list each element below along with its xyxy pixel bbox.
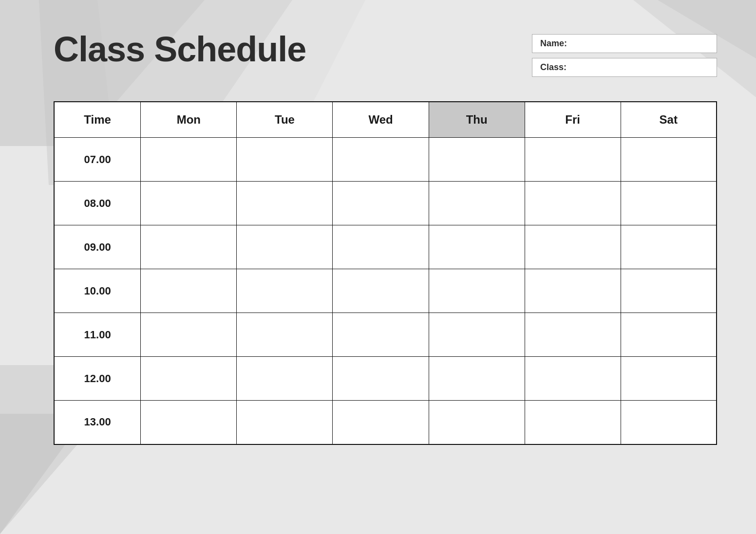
cell-mon-row0[interactable] [141,138,237,182]
cell-tue-row6[interactable] [237,401,333,444]
cell-fri-row4[interactable] [525,313,621,357]
cell-wed-row5[interactable] [333,357,429,401]
name-field[interactable]: Name: [532,34,717,53]
cell-fri-row0[interactable] [525,138,621,182]
cell-thu-row0[interactable] [429,138,525,182]
cell-sat-row6[interactable] [621,401,717,444]
time-cell: 10.00 [54,269,141,313]
class-field[interactable]: Class: [532,58,717,77]
cell-mon-row1[interactable] [141,182,237,225]
table-row: 10.00 [54,269,717,313]
header-fri: Fri [525,102,621,138]
cell-sat-row5[interactable] [621,357,717,401]
cell-tue-row5[interactable] [237,357,333,401]
time-cell: 11.00 [54,313,141,357]
table-row: 09.00 [54,225,717,269]
time-cell: 07.00 [54,138,141,182]
cell-tue-row2[interactable] [237,225,333,269]
cell-mon-row4[interactable] [141,313,237,357]
time-cell: 09.00 [54,225,141,269]
table-row: 12.00 [54,357,717,401]
cell-thu-row6[interactable] [429,401,525,444]
cell-mon-row3[interactable] [141,269,237,313]
cell-sat-row1[interactable] [621,182,717,225]
header-thu: Thu [429,102,525,138]
table-row: 07.00 [54,138,717,182]
table-header-row: Time Mon Tue Wed Thu Fri Sat [54,102,717,138]
cell-fri-row2[interactable] [525,225,621,269]
schedule-table: Time Mon Tue Wed Thu Fri Sat 07.0008.000… [54,101,717,445]
cell-wed-row2[interactable] [333,225,429,269]
header-tue: Tue [237,102,333,138]
cell-sat-row0[interactable] [621,138,717,182]
time-cell: 13.00 [54,401,141,444]
cell-fri-row1[interactable] [525,182,621,225]
cell-wed-row4[interactable] [333,313,429,357]
page-title: Class Schedule [54,29,306,69]
header-sat: Sat [621,102,717,138]
table-row: 08.00 [54,182,717,225]
cell-tue-row4[interactable] [237,313,333,357]
cell-sat-row3[interactable] [621,269,717,313]
header-time: Time [54,102,141,138]
cell-thu-row4[interactable] [429,313,525,357]
cell-thu-row3[interactable] [429,269,525,313]
time-cell: 08.00 [54,182,141,225]
cell-tue-row1[interactable] [237,182,333,225]
cell-wed-row1[interactable] [333,182,429,225]
cell-thu-row2[interactable] [429,225,525,269]
cell-tue-row3[interactable] [237,269,333,313]
cell-fri-row3[interactable] [525,269,621,313]
cell-wed-row6[interactable] [333,401,429,444]
header-wed: Wed [333,102,429,138]
table-row: 11.00 [54,313,717,357]
cell-wed-row0[interactable] [333,138,429,182]
cell-tue-row0[interactable] [237,138,333,182]
header-section: Class Schedule Name: Class: [54,29,717,77]
cell-thu-row5[interactable] [429,357,525,401]
cell-mon-row5[interactable] [141,357,237,401]
info-fields: Name: Class: [532,34,717,77]
table-row: 13.00 [54,401,717,444]
cell-thu-row1[interactable] [429,182,525,225]
header-mon: Mon [141,102,237,138]
cell-mon-row6[interactable] [141,401,237,444]
cell-sat-row2[interactable] [621,225,717,269]
cell-wed-row3[interactable] [333,269,429,313]
cell-sat-row4[interactable] [621,313,717,357]
time-cell: 12.00 [54,357,141,401]
cell-fri-row5[interactable] [525,357,621,401]
cell-mon-row2[interactable] [141,225,237,269]
cell-fri-row6[interactable] [525,401,621,444]
